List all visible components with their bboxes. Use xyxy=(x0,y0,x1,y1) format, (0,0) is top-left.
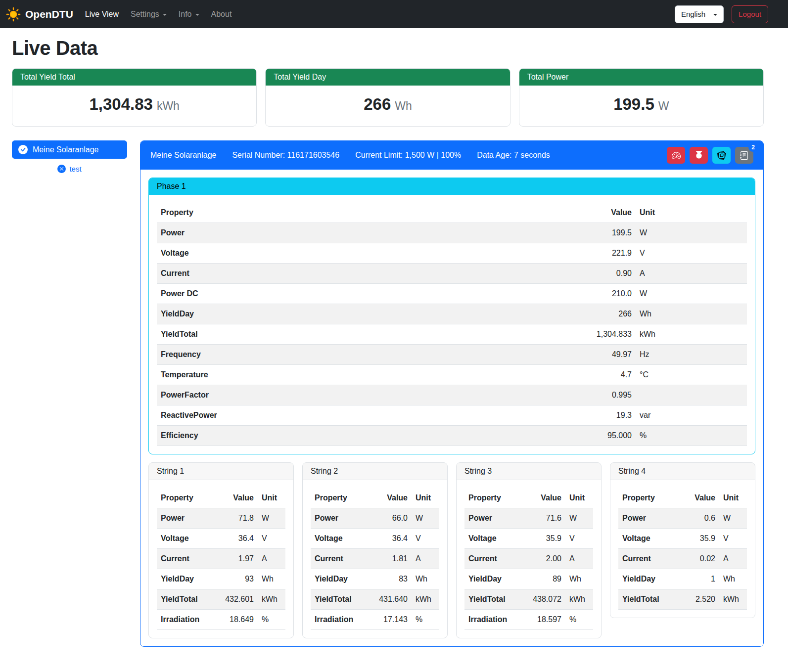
property-cell: YieldTotal xyxy=(311,589,375,610)
table-row: Power71.6W xyxy=(464,508,593,529)
property-cell: Power xyxy=(618,508,685,529)
value-cell: 432.601 xyxy=(221,589,258,610)
table-header-row: Property Value Unit xyxy=(618,488,747,508)
chevron-down-icon xyxy=(713,14,717,16)
logout-button[interactable]: Logout xyxy=(732,5,768,23)
top-navbar: OpenDTU Live View Settings Info About En… xyxy=(0,0,788,28)
table-row: Voltage221.9V xyxy=(157,243,747,264)
unit-cell: W xyxy=(719,508,747,529)
inverter-select-button[interactable]: Meine Solaranlage xyxy=(12,140,127,159)
value-cell: 1 xyxy=(685,569,719,589)
speedometer-icon xyxy=(672,151,681,160)
property-cell: Power xyxy=(311,508,375,529)
table-row: Frequency49.97Hz xyxy=(157,345,747,365)
nav-live-view[interactable]: Live View xyxy=(79,6,125,23)
column-header-property: Property xyxy=(157,488,221,508)
table-row: Current1.97A xyxy=(157,549,285,569)
navbar-right: English Logout xyxy=(675,5,768,23)
brand-link[interactable]: OpenDTU xyxy=(6,7,73,22)
unit-cell: % xyxy=(636,426,747,446)
table-row: Power0.6W xyxy=(618,508,747,529)
nav-info[interactable]: Info xyxy=(173,6,205,23)
unit-cell: Wh xyxy=(636,304,747,324)
unit-cell: W xyxy=(636,223,747,243)
table-header-row: Property Value Unit xyxy=(157,203,747,223)
inverter-sidebar: Meine Solaranlage test xyxy=(12,140,127,173)
unit-cell: kWh xyxy=(719,589,747,610)
chevron-down-icon xyxy=(195,14,199,16)
table-row: Efficiency95.000% xyxy=(157,426,747,446)
check-circle-icon xyxy=(18,145,28,154)
unit-cell: Wh xyxy=(719,569,747,589)
value-cell: 0.995 xyxy=(576,385,636,405)
value-cell: 1.97 xyxy=(221,549,258,569)
column-header-unit: Unit xyxy=(719,488,747,508)
property-cell: Voltage xyxy=(311,529,375,549)
inverter-test-link[interactable]: test xyxy=(12,165,127,173)
property-cell: YieldTotal xyxy=(618,589,685,610)
unit-cell: W xyxy=(258,508,285,529)
inverter-panel-header: Meine Solaranlage Serial Number: 1161716… xyxy=(140,141,763,170)
unit-cell: kWh xyxy=(565,589,593,610)
unit-cell: V xyxy=(258,529,285,549)
value-cell: 4.7 xyxy=(576,365,636,385)
property-cell: Current xyxy=(311,549,375,569)
string-card: String 2 Property Value Unit Power66.0WV… xyxy=(302,462,448,638)
value-cell: 89 xyxy=(529,569,565,589)
limit-settings-button[interactable] xyxy=(667,147,685,164)
table-row: Current2.00A xyxy=(464,549,593,569)
power-icon xyxy=(695,151,703,160)
unit-cell: A xyxy=(258,549,285,569)
device-info-button[interactable] xyxy=(712,147,731,164)
inverter-header-actions: 2 xyxy=(667,147,753,164)
unit-cell: V xyxy=(719,529,747,549)
card-title: Total Yield Total xyxy=(12,69,256,86)
summary-cards-row: Total Yield Total 1,304.83kWh Total Yiel… xyxy=(12,68,764,127)
unit-cell: °C xyxy=(636,365,747,385)
table-row: Voltage35.9V xyxy=(464,529,593,549)
property-cell: YieldDay xyxy=(311,569,375,589)
property-cell: YieldTotal xyxy=(157,589,221,610)
table-row: YieldDay1Wh xyxy=(618,569,747,589)
strings-row: String 1 Property Value Unit Power71.8WV… xyxy=(148,462,755,638)
string-card-title: String 4 xyxy=(618,467,646,475)
value-cell: 438.072 xyxy=(529,589,565,610)
total-yield-day-card: Total Yield Day 266Wh xyxy=(265,68,510,127)
phase-card: Phase 1 Property Value Unit Power199.5WV… xyxy=(148,178,755,454)
total-yield-total-card: Total Yield Total 1,304.83kWh xyxy=(12,68,257,127)
language-select[interactable]: English xyxy=(675,5,724,23)
table-row: YieldTotal1,304.833kWh xyxy=(157,324,747,345)
column-header-value: Value xyxy=(685,488,719,508)
column-header-value: Value xyxy=(375,488,412,508)
table-row: Irradiation18.649% xyxy=(157,610,285,630)
value-cell: 199.5 xyxy=(576,223,636,243)
event-log-button[interactable]: 2 xyxy=(735,147,753,164)
unit-cell: V xyxy=(636,243,747,264)
table-row: PowerFactor0.995 xyxy=(157,385,747,405)
value-cell: 93 xyxy=(221,569,258,589)
brand-label: OpenDTU xyxy=(25,8,73,20)
value-cell: 83 xyxy=(375,569,412,589)
nav-about[interactable]: About xyxy=(205,6,238,23)
unit-cell: kWh xyxy=(636,324,747,345)
value-cell: 0.6 xyxy=(685,508,719,529)
nav-settings[interactable]: Settings xyxy=(125,6,173,23)
inverter-data-age: Data Age: 7 seconds xyxy=(477,151,550,160)
unit-cell: kWh xyxy=(412,589,439,610)
phase-table: Property Value Unit Power199.5WVoltage22… xyxy=(157,203,747,446)
nav-links: Live View Settings Info About xyxy=(79,6,238,23)
unit-cell: W xyxy=(636,284,747,304)
property-cell: Temperature xyxy=(157,365,576,385)
unit-cell: W xyxy=(412,508,439,529)
table-row: Irradiation18.597% xyxy=(464,610,593,630)
total-power-card: Total Power 199.5W xyxy=(519,68,764,127)
unit-cell: % xyxy=(565,610,593,630)
string-card: String 1 Property Value Unit Power71.8WV… xyxy=(148,462,294,638)
event-count-badge: 2 xyxy=(748,143,758,152)
language-select-value: English xyxy=(681,10,705,18)
value-cell: 1.81 xyxy=(375,549,412,569)
inverter-select-label: Meine Solaranlage xyxy=(33,145,98,154)
unit-cell: A xyxy=(636,264,747,284)
value-cell: 221.9 xyxy=(576,243,636,264)
power-button[interactable] xyxy=(690,147,708,164)
